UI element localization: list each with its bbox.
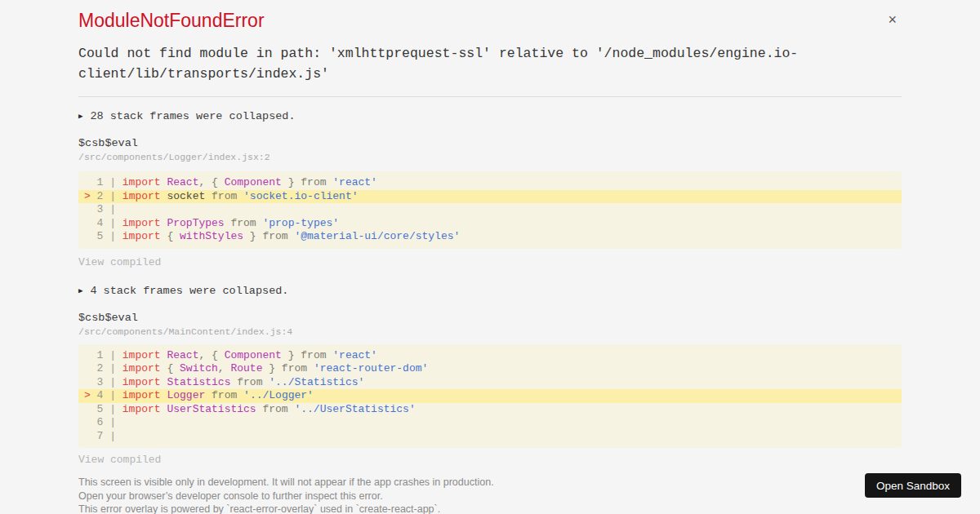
collapsed-frames-label: 28 stack frames were collapsed.	[90, 111, 295, 122]
code-line: 5 | import UserStatistics from '../UserS…	[78, 403, 902, 417]
view-compiled-link[interactable]: View compiled	[78, 257, 161, 268]
code-line: 2 | import { Switch, Route } from 'react…	[78, 362, 902, 376]
collapsed-frames-label: 4 stack frames were collapsed.	[90, 286, 288, 297]
code-line: 7 |	[78, 430, 902, 444]
stack-collapse-toggle[interactable]: ▶ 28 stack frames were collapsed.	[78, 111, 902, 122]
view-compiled-link[interactable]: View compiled	[78, 454, 161, 466]
footer-note: This screen is visible only in developme…	[78, 476, 902, 490]
frame-function-name: $csb$eval	[78, 312, 902, 324]
frame-function-name: $csb$eval	[78, 138, 902, 149]
expand-arrow-icon: ▶	[78, 111, 82, 122]
code-line: 5 | import { withStyles } from '@materia…	[78, 230, 902, 244]
open-sandbox-button[interactable]: Open Sandbox	[865, 473, 961, 498]
footer-note: This error overlay is powered by `react-…	[78, 503, 902, 514]
error-message: Could not find module in path: 'xmlhttpr…	[78, 43, 902, 84]
code-line: 3 |	[78, 203, 902, 217]
stack-frame-section: ▶ 4 stack frames were collapsed. $csb$ev…	[78, 286, 902, 467]
code-line: > 4 | import Logger from '../Logger'	[78, 389, 902, 403]
code-line: 6 |	[78, 416, 902, 430]
frame-file-path: /src/components/Logger/index.jsx:2	[78, 153, 902, 162]
code-line: > 2 | import socket from 'socket.io-clie…	[78, 190, 902, 204]
footer-note: Open your browser’s developer console to…	[78, 490, 902, 503]
error-title: ModuleNotFoundError	[78, 0, 902, 30]
frame-file-path: /src/components/MainContent/index.js:4	[78, 327, 902, 337]
divider	[78, 96, 902, 97]
code-line: 1 | import React, { Component } from 're…	[78, 176, 902, 190]
code-block: 1 | import React, { Component } from 're…	[78, 171, 902, 249]
code-line: 3 | import Statistics from '../Statistic…	[78, 376, 902, 390]
stack-collapse-toggle[interactable]: ▶ 4 stack frames were collapsed.	[78, 286, 902, 297]
footer-notes: This screen is visible only in developme…	[78, 476, 902, 514]
expand-arrow-icon: ▶	[78, 286, 82, 297]
close-icon[interactable]: ×	[886, 11, 898, 29]
code-line: 4 | import PropTypes from 'prop-types'	[78, 217, 902, 231]
code-block: 1 | import React, { Component } from 're…	[78, 344, 902, 449]
stack-frame-section: ▶ 28 stack frames were collapsed. $csb$e…	[78, 111, 902, 268]
code-line: 1 | import React, { Component } from 're…	[78, 349, 902, 363]
error-overlay: ModuleNotFoundError × Could not find mod…	[0, 0, 980, 514]
